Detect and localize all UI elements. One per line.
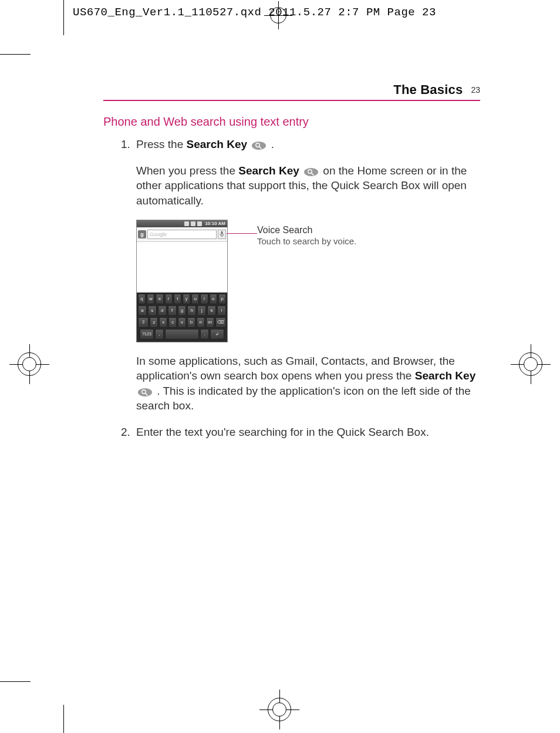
key-n[interactable]: n bbox=[197, 317, 205, 328]
callout-title: Voice Search bbox=[257, 224, 356, 236]
key-e[interactable]: e bbox=[156, 294, 163, 304]
key-o[interactable]: o bbox=[210, 294, 217, 304]
svg-point-3 bbox=[304, 168, 318, 176]
search-key-icon bbox=[251, 141, 266, 150]
key-s[interactable]: s bbox=[148, 305, 157, 316]
step-number: 2. bbox=[121, 425, 136, 440]
figure-quick-search-box: 10:10 AM g Google qwertyuiop asdfghjkl ⇧… bbox=[136, 220, 480, 342]
key-,[interactable]: , bbox=[155, 329, 164, 339]
svg-point-8 bbox=[138, 388, 152, 396]
step-1-paragraph: When you press the Search Key on the Hom… bbox=[136, 163, 480, 209]
key-q[interactable]: q bbox=[138, 294, 146, 304]
key-g[interactable]: g bbox=[178, 305, 187, 316]
page: { "slug": "US670_Eng_Ver1.1_110527.qxd 2… bbox=[0, 0, 560, 733]
key-⌫[interactable]: ⌫ bbox=[215, 317, 226, 328]
key-.[interactable]: . bbox=[200, 329, 209, 339]
content-column: Phone and Web search using text entry 1.… bbox=[103, 115, 480, 446]
key-f[interactable]: f bbox=[168, 305, 177, 316]
key-k[interactable]: k bbox=[207, 305, 216, 316]
step-text: Enter the text you're searching for in t… bbox=[136, 425, 480, 440]
crop-mark bbox=[63, 705, 64, 733]
step-number: 1. bbox=[121, 137, 136, 152]
step-2: 2. Enter the text you're searching for i… bbox=[121, 425, 480, 440]
crop-mark bbox=[0, 54, 31, 55]
key-h[interactable]: h bbox=[187, 305, 196, 316]
callout-desc: Touch to search by voice. bbox=[257, 236, 356, 247]
page-number: 23 bbox=[471, 85, 480, 95]
crop-mark bbox=[0, 681, 31, 682]
key-p[interactable]: p bbox=[218, 294, 226, 304]
print-slug: US670_Eng_Ver1.1_110527.qxd 2011.5.27 2:… bbox=[73, 6, 436, 19]
search-key-label: Search Key bbox=[415, 369, 476, 382]
status-clock: 10:10 AM bbox=[205, 221, 225, 226]
svg-point-0 bbox=[252, 142, 266, 150]
registration-mark bbox=[268, 698, 291, 721]
key-w[interactable]: w bbox=[147, 294, 154, 304]
key-u[interactable]: u bbox=[191, 294, 199, 304]
phone-screenshot: 10:10 AM g Google qwertyuiop asdfghjkl ⇧… bbox=[136, 220, 228, 342]
key-i[interactable]: i bbox=[200, 294, 208, 304]
section-title: The Basics bbox=[393, 82, 463, 97]
step-text: . bbox=[271, 138, 274, 150]
key-z[interactable]: z bbox=[150, 317, 158, 328]
callout-leader-line bbox=[228, 229, 257, 237]
registration-mark bbox=[519, 352, 542, 376]
registration-mark bbox=[270, 7, 286, 23]
crop-mark bbox=[63, 0, 64, 35]
google-icon: g bbox=[138, 230, 146, 238]
registration-mark bbox=[18, 352, 41, 376]
status-icon bbox=[191, 221, 195, 226]
search-row: g Google bbox=[137, 227, 227, 242]
search-key-icon bbox=[137, 388, 153, 397]
callout: Voice Search Touch to search by voice. bbox=[257, 224, 356, 247]
key-⇧[interactable]: ⇧ bbox=[138, 317, 149, 328]
key-r[interactable]: r bbox=[165, 294, 173, 304]
key-?123[interactable]: ?123 bbox=[140, 329, 154, 339]
search-key-label: Search Key bbox=[238, 164, 299, 177]
svg-rect-6 bbox=[221, 231, 223, 235]
key-m[interactable]: m bbox=[206, 317, 214, 328]
key-x[interactable]: x bbox=[159, 317, 167, 328]
key-blank[interactable] bbox=[165, 329, 199, 339]
subsection-heading: Phone and Web search using text entry bbox=[103, 115, 480, 129]
step-text: Press the bbox=[136, 138, 187, 150]
key-t[interactable]: t bbox=[174, 294, 181, 304]
status-bar: 10:10 AM bbox=[137, 220, 227, 227]
search-key-label: Search Key bbox=[187, 138, 248, 150]
search-key-icon bbox=[303, 167, 319, 177]
key-l[interactable]: l bbox=[217, 305, 226, 316]
text: In some applications, such as Gmail, Con… bbox=[136, 355, 455, 382]
key-j[interactable]: j bbox=[197, 305, 206, 316]
running-header: The Basics 23 bbox=[103, 82, 480, 101]
key-b[interactable]: b bbox=[187, 317, 195, 328]
key-d[interactable]: d bbox=[158, 305, 167, 316]
step-1: 1. Press the Search Key . bbox=[121, 137, 480, 152]
key-y[interactable]: y bbox=[183, 294, 190, 304]
step-1-paragraph-2: In some applications, such as Gmail, Con… bbox=[136, 354, 480, 414]
status-icon bbox=[197, 221, 202, 226]
search-input[interactable]: Google bbox=[147, 230, 217, 239]
text: When you press the bbox=[136, 164, 238, 177]
key-v[interactable]: v bbox=[178, 317, 186, 328]
results-area bbox=[137, 242, 227, 292]
microphone-icon[interactable] bbox=[218, 230, 226, 239]
keyboard: qwertyuiop asdfghjkl ⇧zxcvbnm⌫ ?123,.↲ bbox=[137, 292, 227, 342]
text: . This is indicated by the application's… bbox=[136, 385, 471, 412]
status-icon bbox=[184, 221, 189, 226]
key-↲[interactable]: ↲ bbox=[210, 329, 224, 339]
key-c[interactable]: c bbox=[168, 317, 177, 328]
key-a[interactable]: a bbox=[138, 305, 147, 316]
